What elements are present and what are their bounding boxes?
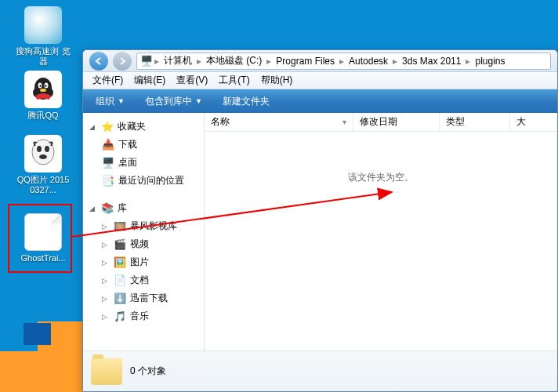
column-date[interactable]: 修改日期 (353, 113, 440, 131)
desktop-icon-browser[interactable]: 搜狗高速浏 览器 (16, 6, 71, 67)
browser-icon (24, 6, 62, 44)
collapse-icon: ▷ (102, 223, 110, 230)
arrow-right-icon (118, 56, 127, 66)
organize-label: 组织 (96, 95, 114, 108)
sort-dropdown-icon: ▾ (342, 118, 346, 126)
recent-icon: 📑 (102, 175, 114, 187)
column-label: 名称 (211, 115, 230, 129)
computer-icon: 🖥️ (140, 55, 153, 67)
sidebar-item-desktop[interactable]: 🖥️ 桌面 (86, 154, 201, 172)
breadcrumb[interactable]: 🖥️ ▸ 计算机 ▸ 本地磁盘 (C:) ▸ Program Files ▸ A… (136, 53, 551, 70)
column-name[interactable]: 名称 ▾ (205, 113, 353, 131)
sidebar-item-xunlei[interactable]: ▷⬇️迅雷下载 (86, 289, 201, 307)
chevron-down-icon: ▼ (118, 97, 125, 105)
newfolder-label: 新建文件夹 (223, 95, 270, 108)
sidebar-item-recent[interactable]: 📑 最近访问的位置 (86, 172, 201, 190)
column-label: 大 (516, 115, 526, 129)
include-label: 包含到库中 (145, 95, 192, 108)
breadcrumb-item[interactable]: 本地磁盘 (C:) (203, 53, 265, 69)
empty-folder-area[interactable]: 该文件夹为空。 (205, 132, 557, 350)
toolbar: 组织 ▼ 包含到库中 ▼ 新建文件夹 (83, 89, 557, 113)
menu-file[interactable]: 文件(F) (88, 72, 128, 89)
file-icon (24, 213, 62, 251)
sidebar-item-music[interactable]: ▷🎵音乐 (86, 307, 201, 325)
sidebar-item-label: 桌面 (118, 156, 137, 169)
empty-message: 该文件夹为空。 (348, 171, 414, 184)
column-label: 修改日期 (360, 115, 397, 129)
desktop-icon-label: QQ图片 20150327... (16, 175, 71, 195)
column-type[interactable]: 类型 (440, 113, 510, 131)
svg-point-6 (40, 89, 46, 92)
svg-point-10 (39, 154, 47, 159)
video-icon: 🎬 (114, 238, 126, 251)
desktop-icon-qq[interactable]: 腾讯QQ (16, 71, 71, 121)
music-icon: 🎵 (114, 310, 126, 323)
menu-tools[interactable]: 工具(T) (214, 72, 254, 89)
collapse-icon: ▷ (102, 277, 110, 285)
new-folder-button[interactable]: 新建文件夹 (216, 93, 276, 111)
desktop-icon-label: GhostTrai... (16, 253, 71, 263)
sidebar-item-pictures[interactable]: ▷🖼️图片 (86, 253, 201, 271)
body-area: ◢ ⭐ 收藏夹 📥 下载 🖥️ 桌面 📑 最近访问的位置 (83, 113, 557, 350)
breadcrumb-item[interactable]: Autodesk (346, 54, 391, 68)
svg-point-4 (40, 85, 42, 87)
status-bar: 0 个对象 (83, 350, 557, 391)
titlebar: 🖥️ ▸ 计算机 ▸ 本地磁盘 (C:) ▸ Program Files ▸ A… (83, 50, 557, 72)
video-lib-icon: 🎞️ (114, 220, 126, 233)
chevron-right-icon: ▸ (338, 56, 346, 67)
desktop-icon-qqimg[interactable]: QQ图片 20150327... (16, 135, 71, 195)
sidebar-head-label: 收藏夹 (118, 120, 146, 133)
breadcrumb-item[interactable]: 3ds Max 2011 (399, 54, 464, 68)
pictures-icon: 🖼️ (114, 256, 126, 269)
download-icon: 📥 (102, 139, 114, 151)
breadcrumb-item[interactable]: Program Files (273, 54, 338, 68)
xunlei-icon: ⬇️ (114, 292, 126, 305)
decor-blue (24, 323, 51, 345)
expand-icon: ◢ (89, 205, 97, 212)
menu-view[interactable]: 查看(V) (172, 72, 212, 89)
chevron-down-icon: ▼ (195, 97, 202, 105)
sidebar: ◢ ⭐ 收藏夹 📥 下载 🖥️ 桌面 📑 最近访问的位置 (83, 113, 205, 350)
chevron-right-icon: ▸ (195, 56, 203, 67)
include-library-button[interactable]: 包含到库中 ▼ (139, 93, 208, 111)
collapse-icon: ▷ (102, 295, 110, 303)
svg-point-9 (45, 146, 49, 152)
star-icon: ⭐ (101, 121, 114, 133)
sidebar-favorites-group: ◢ ⭐ 收藏夹 📥 下载 🖥️ 桌面 📑 最近访问的位置 (86, 118, 201, 190)
image-file-icon (24, 135, 62, 172)
organize-button[interactable]: 组织 ▼ (89, 93, 131, 111)
explorer-window: 🖥️ ▸ 计算机 ▸ 本地磁盘 (C:) ▸ Program Files ▸ A… (82, 49, 558, 392)
file-list-area: 名称 ▾ 修改日期 类型 大 该文件夹为空。 (205, 113, 557, 350)
column-size[interactable]: 大 (510, 113, 557, 131)
sidebar-item-documents[interactable]: ▷📄文档 (86, 271, 201, 289)
sidebar-libraries-group: ◢ 📚 库 ▷🎞️暴风影视库 ▷🎬视频 ▷🖼️图片 ▷📄文档 ▷⬇️迅雷下载 ▷… (86, 199, 201, 325)
sidebar-item-label: 最近访问的位置 (118, 174, 184, 187)
desktop-icon: 🖥️ (102, 157, 114, 169)
sidebar-item-label: 下载 (118, 138, 137, 151)
arrow-left-icon (94, 56, 103, 66)
menu-help[interactable]: 帮助(H) (256, 72, 298, 89)
chevron-right-icon: ▸ (391, 56, 399, 67)
svg-point-5 (45, 85, 47, 87)
sidebar-item-downloads[interactable]: 📥 下载 (86, 136, 201, 154)
sidebar-favorites-head[interactable]: ◢ ⭐ 收藏夹 (86, 118, 201, 136)
breadcrumb-item[interactable]: 计算机 (161, 53, 195, 69)
sidebar-item-label: 视频 (130, 238, 149, 251)
column-label: 类型 (446, 115, 465, 129)
sidebar-item-videos[interactable]: ▷🎬视频 (86, 235, 201, 253)
nav-forward-button[interactable] (113, 52, 132, 71)
library-icon: 📚 (101, 202, 114, 215)
sidebar-item-baofeng[interactable]: ▷🎞️暴风影视库 (86, 217, 201, 235)
sidebar-item-label: 迅雷下载 (130, 292, 168, 305)
sidebar-head-label: 库 (118, 201, 127, 215)
qq-icon (24, 71, 62, 108)
nav-back-button[interactable] (89, 52, 108, 71)
chevron-right-icon: ▸ (265, 56, 273, 67)
menu-edit[interactable]: 编辑(E) (129, 72, 170, 89)
sidebar-libraries-head[interactable]: ◢ 📚 库 (86, 199, 201, 217)
desktop-icon-label: 搜狗高速浏 览器 (16, 46, 71, 67)
desktop-icon-ghosttrails[interactable]: GhostTrai... (16, 213, 71, 263)
breadcrumb-item[interactable]: plugins (472, 54, 508, 68)
chevron-right-icon: ▸ (464, 56, 472, 67)
status-text: 0 个对象 (130, 365, 166, 378)
